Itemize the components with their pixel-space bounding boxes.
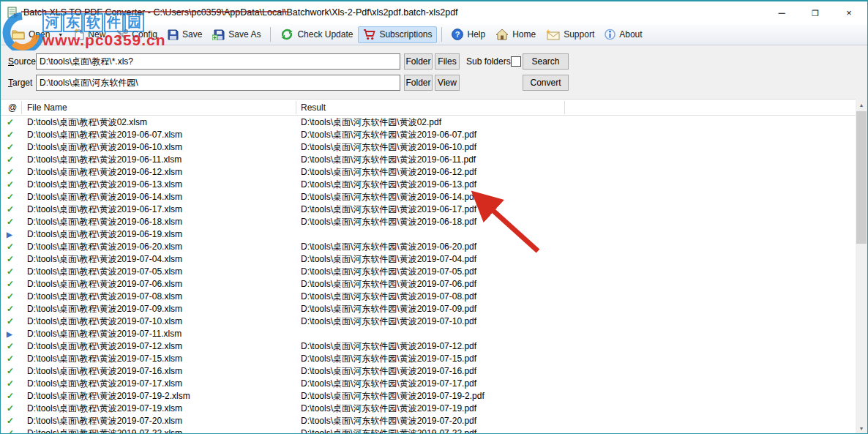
help-button[interactable]: ? Help (446, 26, 490, 43)
subscriptions-button[interactable]: Subscriptions (358, 26, 437, 43)
search-button[interactable]: Search (523, 53, 569, 70)
status-icon: ✓ (7, 253, 21, 266)
table-row[interactable]: ✓ D:\tools\桌面\教程\黄波2019-07-10.xlsm D:\to… (1, 315, 857, 328)
status-icon: ✓ (7, 390, 21, 403)
table-row[interactable]: ✓ D:\tools\桌面\教程\黄波2019-07-16.xlsm D:\to… (1, 365, 857, 378)
support-button[interactable]: Support (541, 26, 599, 43)
open-button[interactable]: Open (7, 26, 55, 42)
status-icon: ✓ (7, 353, 21, 365)
save-as-button[interactable]: Save As (207, 26, 266, 43)
table-header: @ File Name Result (1, 100, 857, 116)
table-row[interactable]: ✓ D:\tools\桌面\教程\黄波2019-06-20.xlsm D:\to… (1, 241, 857, 253)
file-name-cell: D:\tools\桌面\教程\黄波2019-07-10.xlsm (27, 315, 182, 328)
about-button[interactable]: About (599, 26, 647, 43)
source-folder-button[interactable]: Folder (404, 53, 433, 70)
target-view-button[interactable]: View (435, 75, 460, 91)
file-name-cell: D:\tools\桌面\教程\黄波2019-07-22.xlsm (27, 427, 182, 434)
result-cell: D:\tools\桌面\河东软件园\黄波2019-06-13.pdf (301, 179, 476, 191)
table-row[interactable]: ✓ D:\tools\桌面\教程\黄波2019-06-10.xlsm D:\to… (1, 141, 857, 154)
table-row[interactable]: ✓ D:\tools\桌面\教程\黄波02.xlsm D:\tools\桌面\河… (1, 116, 857, 129)
status-icon: ✓ (7, 403, 21, 415)
table-row[interactable]: ✓ D:\tools\桌面\教程\黄波2019-07-20.xlsm D:\to… (1, 415, 857, 427)
file-name-cell: D:\tools\桌面\教程\黄波2019-06-12.xlsm (27, 166, 182, 179)
open-dropdown-button[interactable]: ▼ (55, 29, 66, 40)
table-row[interactable]: ✓ D:\tools\桌面\教程\黄波2019-06-07.xlsm D:\to… (1, 129, 857, 141)
table-row[interactable]: ✓ D:\tools\桌面\教程\黄波2019-07-09.xlsm D:\to… (1, 303, 857, 315)
column-header-file-name[interactable]: File Name (27, 102, 67, 113)
column-divider[interactable] (564, 101, 565, 114)
result-cell: D:\tools\桌面\河东软件园\黄波2019-06-18.pdf (301, 216, 476, 228)
file-name-cell: D:\tools\桌面\教程\黄波2019-06-10.xlsm (27, 141, 182, 154)
refresh-icon (280, 29, 293, 40)
table-row[interactable]: ▶ D:\tools\桌面\教程\黄波2019-06-19.xlsm (1, 228, 857, 241)
table-row[interactable]: ✓ D:\tools\桌面\教程\黄波2019-07-19-2.xlsm D:\… (1, 390, 857, 403)
status-icon: ✓ (7, 179, 21, 191)
status-icon: ✓ (7, 315, 21, 328)
status-icon: ✓ (7, 241, 21, 253)
scrollbar-thumb[interactable] (856, 111, 867, 244)
save-floppy-icon (168, 29, 179, 40)
file-name-cell: D:\tools\桌面\教程\黄波2019-06-07.xlsm (27, 129, 182, 141)
scroll-up-icon[interactable]: ▴ (856, 99, 867, 111)
file-name-cell: D:\tools\桌面\教程\黄波2019-07-04.xlsm (27, 253, 182, 266)
table-row[interactable]: ✓ D:\tools\桌面\教程\黄波2019-07-22.xlsm D:\to… (1, 427, 857, 434)
status-icon: ▶ (7, 228, 21, 241)
table-row[interactable]: ✓ D:\tools\桌面\教程\黄波2019-07-15.xlsm D:\to… (1, 353, 857, 365)
title-bar: Batch XLS TO PDF Converter - C:\Users\pc… (1, 1, 867, 24)
window-title: Batch XLS TO PDF Converter - C:\Users\pc… (23, 7, 458, 18)
table-row[interactable]: ✓ D:\tools\桌面\教程\黄波2019-07-12.xlsm D:\to… (1, 340, 857, 353)
file-name-cell: D:\tools\桌面\教程\黄波2019-06-18.xlsm (27, 216, 182, 228)
table-row[interactable]: ✓ D:\tools\桌面\教程\黄波2019-06-17.xlsm D:\to… (1, 203, 857, 216)
file-name-cell: D:\tools\桌面\教程\黄波2019-07-17.xlsm (27, 378, 182, 390)
table-row[interactable]: ✓ D:\tools\桌面\教程\黄波2019-06-12.xlsm D:\to… (1, 166, 857, 179)
status-icon: ✓ (7, 427, 21, 434)
table-row[interactable]: ✓ D:\tools\桌面\教程\黄波2019-07-19.xlsm D:\to… (1, 403, 857, 415)
table-row[interactable]: ✓ D:\tools\桌面\教程\黄波2019-06-13.xlsm D:\to… (1, 179, 857, 191)
column-header-status[interactable]: @ (8, 102, 17, 113)
target-folder-button[interactable]: Folder (404, 75, 433, 91)
table-row[interactable]: ▶ D:\tools\桌面\教程\黄波2019-07-11.xlsm (1, 328, 857, 340)
convert-button[interactable]: Convert (523, 75, 569, 91)
column-divider[interactable] (21, 101, 22, 114)
source-path-input[interactable] (36, 53, 400, 70)
table-row[interactable]: ✓ D:\tools\桌面\教程\黄波2019-07-08.xlsm D:\to… (1, 291, 857, 303)
column-divider[interactable] (296, 101, 296, 114)
save-button[interactable]: Save (162, 26, 207, 43)
table-row[interactable]: ✓ D:\tools\桌面\教程\黄波2019-07-05.xlsm D:\to… (1, 266, 857, 278)
table-row[interactable]: ✓ D:\tools\桌面\教程\黄波2019-06-14.xlsm D:\to… (1, 191, 857, 203)
target-path-input[interactable] (36, 75, 400, 91)
help-icon: ? (452, 29, 463, 40)
column-header-result[interactable]: Result (301, 102, 326, 113)
save-as-floppy-icon (212, 29, 225, 40)
result-cell: D:\tools\桌面\河东软件园\黄波2019-07-12.pdf (301, 340, 476, 353)
minimize-button[interactable]: ─ (765, 1, 798, 24)
status-icon: ✓ (7, 191, 21, 203)
table-row[interactable]: ✓ D:\tools\桌面\教程\黄波2019-07-06.xlsm D:\to… (1, 278, 857, 291)
toolbar: Open ▼ New Config (1, 24, 867, 45)
vertical-scrollbar[interactable]: ▴ ▾ (856, 99, 867, 434)
table-row[interactable]: ✓ D:\tools\桌面\教程\黄波2019-07-04.xlsm D:\to… (1, 253, 857, 266)
file-name-cell: D:\tools\桌面\教程\黄波02.xlsm (27, 116, 147, 129)
close-button[interactable]: × (832, 1, 866, 24)
status-icon: ✓ (7, 340, 21, 353)
maximize-button[interactable]: ❐ (798, 1, 832, 24)
file-table: @ File Name Result ✓ D:\tools\桌面\教程\黄波02… (1, 99, 857, 434)
home-button[interactable]: Home (490, 26, 541, 43)
target-row: Target Folder View Convert (1, 75, 867, 91)
result-cell: D:\tools\桌面\河东软件园\黄波2019-07-08.pdf (301, 291, 476, 303)
sub-folders-checkbox[interactable] (511, 56, 521, 67)
result-cell: D:\tools\桌面\河东软件园\黄波2019-07-04.pdf (301, 253, 476, 266)
check-update-button[interactable]: Check Update (275, 26, 358, 43)
file-name-cell: D:\tools\桌面\教程\黄波2019-06-17.xlsm (27, 203, 182, 216)
table-row[interactable]: ✓ D:\tools\桌面\教程\黄波2019-06-11.xlsm D:\to… (1, 154, 857, 166)
config-button[interactable]: Config (111, 26, 162, 42)
path-panel: Source Folder Files Sub folders Search T… (1, 45, 867, 99)
new-button[interactable]: New (69, 26, 111, 43)
source-files-button[interactable]: Files (435, 53, 460, 70)
table-row[interactable]: ✓ D:\tools\桌面\教程\黄波2019-07-17.xlsm D:\to… (1, 378, 857, 390)
status-icon: ✓ (7, 203, 21, 216)
table-row[interactable]: ✓ D:\tools\桌面\教程\黄波2019-06-18.xlsm D:\to… (1, 216, 857, 228)
scroll-down-icon[interactable]: ▾ (856, 422, 867, 434)
new-document-icon (74, 29, 84, 40)
support-mail-icon (546, 29, 560, 40)
